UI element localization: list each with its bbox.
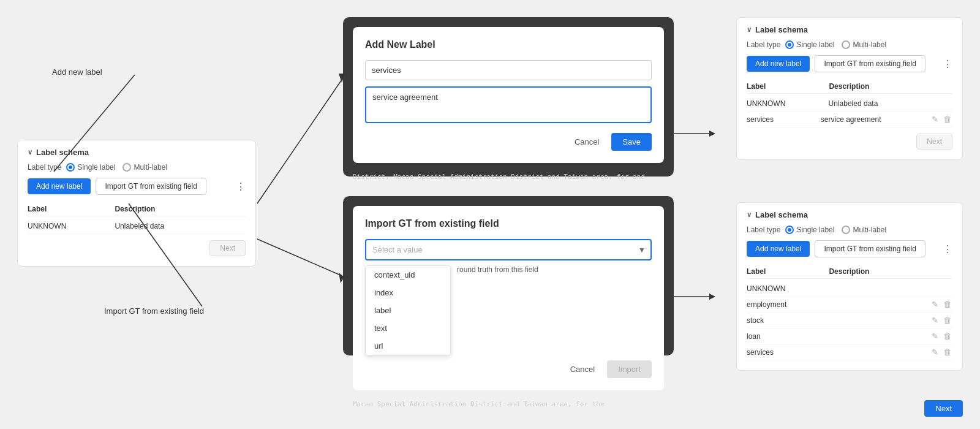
table-row: UNKNOWN Unlabeled data [747,96,952,112]
single-label-text: Single label [77,163,115,172]
left-panel-title: Label schema [36,148,89,157]
right-bottom-single-label-radio[interactable] [785,226,794,234]
modal-save-button[interactable]: Save [611,133,652,151]
delete-icon[interactable]: 🗑 [942,115,952,124]
right-top-panel-title: Label schema [755,25,808,34]
edit-icon[interactable]: ✎ [930,115,940,124]
row-label: loan [747,332,818,341]
dropdown-list: context_uid index label text url [365,265,451,355]
row-label: UNKNOWN [28,222,115,230]
edit-icon[interactable]: ✎ [930,332,940,341]
row-label: services [747,348,818,357]
right-top-multi-label-option[interactable]: Multi-label [842,40,886,49]
left-next-button: Next [209,240,246,256]
edit-icon[interactable]: ✎ [930,300,940,309]
add-label-modal: Add New Label service agreement Cancel S… [343,17,674,177]
right-bottom-import-gt-button[interactable]: Import GT from existing field [815,240,925,257]
label-description-input[interactable]: service agreement [365,86,652,123]
ground-truth-text: round truth from this field [456,265,538,274]
right-top-multi-label-radio[interactable] [842,40,850,49]
modal-import-button: Import [607,360,652,378]
modal-cancel-button[interactable]: Cancel [568,134,605,150]
left-panel-header: ∨ Label schema [28,148,246,157]
row-label: stock [747,316,818,325]
right-top-col-description: Description [829,82,952,91]
add-new-label-button[interactable]: Add new label [28,178,91,194]
modal-inner-top: Add New Label service agreement Cancel S… [353,27,664,163]
right-bottom-multi-label-radio[interactable] [842,226,850,234]
radio-group: Single label Multi-label [66,163,167,172]
modal-bottom-footer: Cancel Import [365,360,652,378]
delete-icon[interactable]: 🗑 [942,347,952,357]
modal-top-dark-text: District, Macao Special Administration D… [343,173,674,186]
row-description: Unlabeled data [115,222,246,230]
label-name-input[interactable] [365,60,652,80]
label-type-row: Label type Single label Multi-label [28,163,246,172]
right-top-next-button: Next [916,134,952,150]
add-new-label-annotation: Add new label [52,67,102,77]
table-row: stock ✎ 🗑 [747,313,952,328]
edit-icon[interactable]: ✎ [930,316,940,325]
right-top-single-label-radio[interactable] [785,40,794,49]
row-description: service agreement [821,115,928,124]
right-top-multi-label-text: Multi-label [853,40,886,49]
dropdown-item-index[interactable]: index [366,284,450,302]
right-bottom-single-label-option[interactable]: Single label [785,226,834,234]
right-top-label-type-row: Label type Single label Multi-label [747,40,952,49]
svg-line-6 [257,239,342,276]
right-top-single-label-option[interactable]: Single label [785,40,834,49]
right-bottom-add-new-label-button[interactable]: Add new label [747,241,810,257]
single-label-radio[interactable] [66,163,75,172]
dropdown-item-text[interactable]: text [366,319,450,337]
delete-icon[interactable]: 🗑 [942,316,952,325]
svg-marker-4 [709,131,715,137]
more-options-icon[interactable]: ⋮ [236,181,246,192]
multi-label-radio[interactable] [123,163,131,172]
row-description: Unlabeled data [829,99,948,108]
table-row: services ✎ 🗑 [747,344,952,360]
field-select[interactable]: Select a value context_uid index label t… [365,239,652,260]
right-bottom-multi-label-text: Multi-label [853,226,886,234]
select-wrapper: Select a value context_uid index label t… [365,239,652,260]
delete-icon[interactable]: 🗑 [942,332,952,341]
modal-inner-bottom: Import GT from existing field Select a v… [353,206,664,390]
svg-marker-9 [709,294,715,300]
right-top-label-type-text: Label type [747,40,780,49]
row-label: services [747,115,818,124]
table-row: employment ✎ 🗑 [747,297,952,313]
label-type-text: Label type [28,163,61,172]
next-button[interactable]: Next [924,400,963,417]
dropdown-item-context-uid[interactable]: context_uid [366,266,450,284]
right-bottom-panel-title: Label schema [755,210,808,219]
table-row: UNKNOWN Unlabeled data [28,219,246,234]
dropdown-item-url[interactable]: url [366,337,450,355]
right-top-add-new-label-button[interactable]: Add new label [747,56,810,72]
modal-top-title: Add New Label [365,39,652,50]
right-top-single-label-text: Single label [796,40,834,49]
modal-bottom-title: Import GT from existing field [365,218,652,229]
right-panel-top: ∨ Label schema Label type Single label M… [736,17,963,160]
col-description-header: Description [115,205,246,213]
import-gt-button[interactable]: Import GT from existing field [96,178,206,195]
modal-top-footer: Cancel Save [365,133,652,151]
svg-line-1 [257,80,342,203]
right-bottom-multi-label-option[interactable]: Multi-label [842,226,886,234]
right-top-import-gt-button[interactable]: Import GT from existing field [815,55,925,72]
single-label-option[interactable]: Single label [66,163,115,172]
delete-icon[interactable]: 🗑 [942,300,952,309]
table-row: UNKNOWN [747,281,952,297]
right-top-btn-row: Add new label Import GT from existing fi… [747,55,952,72]
right-top-radio-group: Single label Multi-label [785,40,886,49]
right-bottom-label-type-row: Label type Single label Multi-label [747,226,952,234]
edit-icon[interactable]: ✎ [930,347,940,357]
right-top-more-options-icon[interactable]: ⋮ [943,58,952,70]
left-label-schema-panel: ∨ Label schema Label type Single label M… [17,140,256,267]
modal-bottom-cancel-button[interactable]: Cancel [564,361,601,378]
right-bottom-more-options-icon[interactable]: ⋮ [943,243,952,255]
row-label: UNKNOWN [747,284,826,293]
multi-label-option[interactable]: Multi-label [123,163,167,172]
right-bottom-label-type-text: Label type [747,226,780,234]
row-label: UNKNOWN [747,99,826,108]
multi-label-text: Multi-label [134,163,167,172]
dropdown-item-label[interactable]: label [366,302,450,319]
